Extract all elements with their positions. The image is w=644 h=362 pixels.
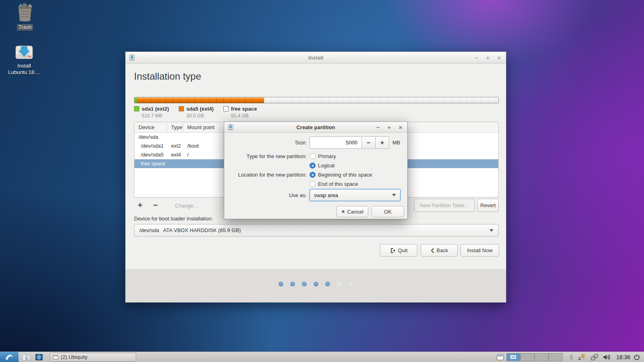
desktop-icon-trash[interactable]: Trash <box>6 2 43 31</box>
cell-device: /dev/sda1 <box>134 142 167 150</box>
cell-mount <box>183 159 220 168</box>
file-manager-launcher[interactable] <box>21 353 31 362</box>
back-chevron-icon <box>430 248 434 253</box>
radio-beginning-label[interactable]: Beginning of this space <box>318 172 372 178</box>
radio-end[interactable] <box>310 181 316 187</box>
legend-item: free space 55.4 GB <box>223 106 257 119</box>
minimize-icon[interactable]: − <box>374 124 382 131</box>
power-manager-icon[interactable] <box>578 354 586 360</box>
location-row2: End of this space <box>224 181 358 187</box>
radio-beginning[interactable] <box>310 172 316 178</box>
revert-button[interactable]: Revert <box>477 199 499 212</box>
progress-dot <box>349 282 353 286</box>
radio-logical[interactable] <box>310 162 316 169</box>
workspace-3[interactable] <box>535 353 549 361</box>
location-label: Location for the new partition: <box>224 172 310 178</box>
close-icon[interactable]: × <box>397 124 404 131</box>
lubuntu-logo-icon <box>5 353 14 361</box>
clock[interactable]: 18:36 <box>616 354 630 360</box>
taskbar-window-label: (2) Ubiquity <box>61 354 87 360</box>
use-as-value: swap area <box>314 192 338 198</box>
ok-button[interactable]: OK <box>372 206 404 217</box>
progress-strip <box>126 269 506 302</box>
network-icon[interactable] <box>591 354 598 360</box>
volume-icon[interactable] <box>603 354 611 360</box>
cell-mount <box>183 133 220 142</box>
location-row: Location for the new partition: Beginnin… <box>224 172 372 178</box>
trash-icon <box>15 2 35 23</box>
install-disk-icon <box>14 41 34 61</box>
page-title: Installation type <box>134 71 201 82</box>
desktop-icon-label: Install <box>6 63 43 69</box>
column-header-device[interactable]: Device <box>134 122 167 132</box>
minimize-icon[interactable]: − <box>473 54 480 61</box>
quit-icon <box>390 248 396 253</box>
column-header-mount[interactable]: Mount point <box>183 122 220 132</box>
web-browser-launcher[interactable] <box>34 353 44 362</box>
use-as-row: Use as: swap area <box>224 189 400 201</box>
cell-mount: /boot <box>183 142 220 150</box>
shutdown-button[interactable] <box>634 354 640 360</box>
bluetooth-icon[interactable] <box>569 354 573 360</box>
cell-type <box>167 159 183 168</box>
desktop-icon-install[interactable]: Install Lubuntu 18.... <box>6 41 43 76</box>
progress-dot <box>279 282 283 286</box>
size-unit: MB <box>392 140 400 146</box>
back-button[interactable]: Back <box>421 244 458 257</box>
legend-label: sda5 (ext4) <box>186 106 214 112</box>
close-icon[interactable]: × <box>495 54 503 61</box>
radio-primary[interactable] <box>310 153 316 159</box>
install-window-titlebar[interactable]: Install − + × <box>126 52 506 64</box>
radio-end-label[interactable]: End of this space <box>318 181 358 187</box>
quit-label: Quit <box>398 247 408 253</box>
workspace-1[interactable] <box>506 353 520 361</box>
radio-logical-label[interactable]: Logical <box>318 162 334 169</box>
legend-size: 30.0 GB <box>186 113 214 119</box>
cell-device: free space <box>134 159 167 168</box>
progress-dot <box>302 282 307 286</box>
file-manager-icon <box>22 354 30 361</box>
legend-item: sda5 (ext4) 30.0 GB <box>179 106 214 119</box>
maximize-icon[interactable]: + <box>386 124 393 131</box>
progress-dots <box>126 282 506 286</box>
show-desktop-button[interactable] <box>495 353 506 362</box>
start-menu-button[interactable] <box>0 352 19 362</box>
size-input[interactable]: 5000 <box>310 136 362 149</box>
progress-dot <box>314 282 318 286</box>
legend-label: sda1 (ext2) <box>142 106 169 112</box>
size-increment-button[interactable]: + <box>376 136 389 149</box>
remove-partition-button[interactable]: − <box>149 200 161 211</box>
workspace-4[interactable] <box>549 353 563 361</box>
back-label: Back <box>437 247 448 253</box>
install-now-button[interactable]: Install Now <box>460 244 499 257</box>
legend-swatch-sda5 <box>179 106 184 111</box>
size-decrement-button[interactable]: − <box>362 136 376 149</box>
partition-bar <box>134 97 499 103</box>
new-partition-table-button[interactable]: New Partition Table... <box>414 199 475 212</box>
add-partition-button[interactable]: + <box>134 200 146 211</box>
desktop-icon <box>497 354 504 360</box>
workspace-2[interactable] <box>520 353 535 361</box>
cancel-x-icon: × <box>341 208 345 215</box>
progress-dot <box>290 282 295 286</box>
cell-type <box>167 133 183 142</box>
use-as-select[interactable]: swap area <box>310 189 400 201</box>
maximize-icon[interactable]: + <box>484 54 491 61</box>
legend-size: 510.7 MB <box>142 113 169 119</box>
cell-type: ext2 <box>167 142 183 150</box>
column-header-type[interactable]: Type <box>167 122 183 132</box>
type-label: Type for the new partition: <box>224 153 310 159</box>
workspace-pager[interactable] <box>506 353 563 361</box>
taskbar-window-button[interactable]: (2) Ubiquity <box>50 353 136 362</box>
dialog-titlebar[interactable]: Create partition − + × <box>224 122 407 133</box>
cancel-button[interactable]: × Cancel <box>336 206 368 217</box>
system-tray <box>569 354 611 360</box>
radio-primary-label[interactable]: Primary <box>318 153 336 159</box>
change-button[interactable]: Change... <box>175 203 198 209</box>
type-row: Type for the new partition: Primary <box>224 153 336 159</box>
bootloader-select[interactable]: /dev/sda ATA VBOX HARDDISK (85.9 GB) <box>134 224 499 237</box>
quit-button[interactable]: Quit <box>380 244 417 257</box>
partition-legend: sda1 (ext2) 510.7 MB sda5 (ext4) 30.0 GB… <box>134 106 257 119</box>
cell-device: /dev/sda5 <box>134 150 167 159</box>
legend-swatch-sda1 <box>134 106 139 111</box>
